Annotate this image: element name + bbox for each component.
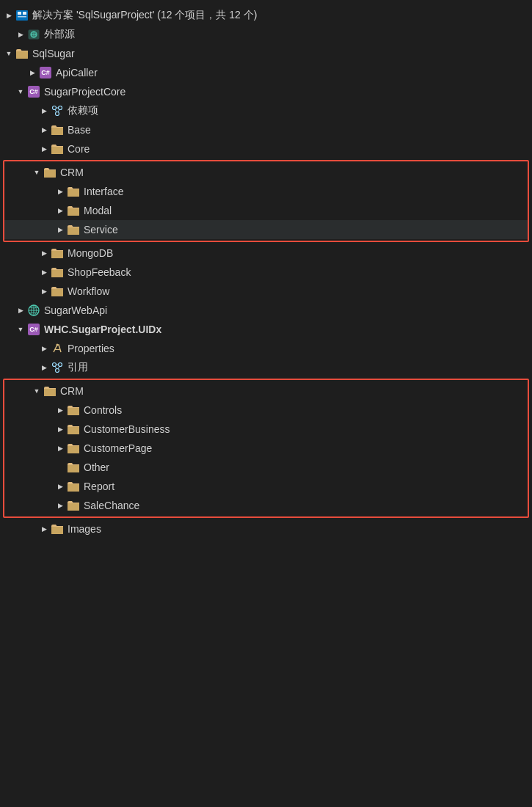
report-arrow	[54, 481, 66, 492]
customerbusiness-folder-icon	[66, 422, 81, 437]
interface-arrow	[54, 186, 66, 197]
whc-item[interactable]: C# WHC.SugarProject.UIDx	[0, 320, 532, 339]
properties-label: Properties	[68, 343, 114, 354]
customerpage-folder-icon	[66, 441, 81, 456]
sugarprojectcore-label: SugarProjectCore	[44, 86, 125, 98]
crm-item-2[interactable]: CRM	[4, 381, 528, 401]
crm-label-1: CRM	[60, 167, 84, 178]
controls-item[interactable]: Controls	[4, 401, 528, 420]
sqlsugar-arrow	[3, 48, 15, 59]
customerpage-arrow	[54, 442, 66, 454]
core-item[interactable]: Core	[0, 139, 532, 158]
external-sources-arrow	[15, 29, 26, 40]
sugarwebapi-label: SugarWebApi	[44, 304, 107, 316]
service-folder-icon	[66, 222, 81, 237]
other-item[interactable]: Other	[4, 458, 528, 477]
sugarprojectcore-icon: C#	[26, 84, 41, 99]
salechance-folder-icon	[66, 498, 81, 513]
customerbusiness-label: CustomerBusiness	[84, 423, 170, 435]
customerpage-item[interactable]: CustomerPage	[4, 439, 528, 458]
external-sources-label: 外部源	[44, 28, 75, 41]
modal-label: Modal	[84, 205, 112, 216]
crm-folder-icon-1	[43, 165, 57, 180]
shopfeedback-item[interactable]: ShopFeeback	[0, 263, 532, 282]
shopfeedback-arrow	[38, 266, 50, 278]
service-label: Service	[84, 224, 118, 235]
svg-line-13	[55, 109, 57, 112]
crm-label-2: CRM	[60, 385, 84, 397]
external-sources-item[interactable]: 外部源	[0, 25, 532, 44]
apicaller-icon: C#	[38, 65, 53, 80]
workflow-arrow	[38, 285, 50, 297]
other-label: Other	[84, 461, 109, 473]
dependencies-label: 依赖项	[68, 104, 98, 117]
apicaller-item[interactable]: C# ApiCaller	[0, 63, 532, 82]
modal-arrow	[54, 205, 66, 216]
modal-item[interactable]: Modal	[4, 201, 528, 220]
controls-folder-icon	[66, 403, 81, 417]
apicaller-label: ApiCaller	[56, 67, 98, 78]
solution-root[interactable]: 解决方案 'SqlSugarProject' (12 个项目，共 12 个)	[0, 6, 532, 25]
salechance-arrow	[54, 500, 66, 511]
images-item[interactable]: Images	[0, 519, 532, 538]
crm-arrow-1	[31, 167, 43, 178]
svg-rect-1	[18, 12, 21, 15]
sqlsugar-item[interactable]: SqlSugar	[0, 44, 532, 63]
dependencies-item[interactable]: 依赖项	[0, 101, 532, 120]
mongodb-folder-icon	[50, 246, 65, 260]
report-label: Report	[84, 481, 114, 492]
crm-item-1[interactable]: CRM	[4, 163, 528, 182]
base-label: Base	[68, 124, 91, 136]
mongodb-item[interactable]: MongoDB	[0, 244, 532, 263]
workflow-item[interactable]: Workflow	[0, 282, 532, 301]
base-folder-icon	[50, 123, 65, 137]
sugarwebapi-icon	[26, 303, 41, 318]
service-item[interactable]: Service	[4, 220, 528, 239]
customerpage-label: CustomerPage	[84, 442, 152, 454]
ref-item[interactable]: 引用	[0, 358, 532, 377]
core-folder-icon	[50, 142, 65, 156]
images-arrow	[38, 523, 50, 535]
dependencies-icon	[50, 103, 65, 118]
ref-icon	[50, 360, 65, 375]
svg-rect-3	[18, 16, 26, 18]
svg-point-22	[56, 369, 59, 373]
sugarwebapi-item[interactable]: SugarWebApi	[0, 301, 532, 320]
svg-point-20	[53, 363, 57, 367]
svg-point-9	[53, 106, 57, 110]
whc-arrow	[15, 324, 26, 335]
sqlsugar-folder-icon	[15, 46, 29, 61]
crm-red-box-1: CRM Interface	[3, 160, 529, 242]
workflow-folder-icon	[50, 284, 65, 299]
solution-label: 解决方案 'SqlSugarProject' (12 个项目，共 12 个)	[32, 9, 257, 22]
salechance-item[interactable]: SaleChance	[4, 496, 528, 515]
solution-icon	[15, 8, 29, 23]
core-arrow	[38, 143, 50, 155]
modal-folder-icon	[66, 203, 81, 218]
images-folder-icon	[50, 522, 65, 536]
external-source-icon	[26, 27, 41, 42]
images-label: Images	[68, 523, 101, 535]
sugarprojectcore-item[interactable]: C# SugarProjectCore	[0, 82, 532, 101]
sugarwebapi-arrow	[15, 304, 26, 316]
core-label: Core	[68, 143, 90, 155]
base-item[interactable]: Base	[0, 120, 532, 139]
report-folder-icon	[66, 479, 81, 494]
svg-point-21	[59, 363, 62, 367]
sqlsugar-label: SqlSugar	[32, 48, 75, 59]
shopfeedback-folder-icon	[50, 265, 65, 280]
svg-point-19	[57, 344, 59, 346]
svg-rect-2	[23, 12, 26, 15]
solution-explorer: 解决方案 'SqlSugarProject' (12 个项目，共 12 个) 外…	[0, 0, 532, 544]
customerbusiness-item[interactable]: CustomerBusiness	[4, 420, 528, 439]
report-item[interactable]: Report	[4, 477, 528, 496]
crm-red-box-2: CRM Controls	[3, 379, 529, 518]
other-no-arrow	[54, 461, 66, 473]
properties-item[interactable]: Properties	[0, 339, 532, 358]
mongodb-label: MongoDB	[68, 247, 113, 259]
dependencies-arrow	[38, 105, 50, 117]
customerbusiness-arrow	[54, 423, 66, 435]
svg-line-25	[58, 366, 59, 369]
interface-item[interactable]: Interface	[4, 182, 528, 201]
properties-icon	[50, 341, 65, 356]
